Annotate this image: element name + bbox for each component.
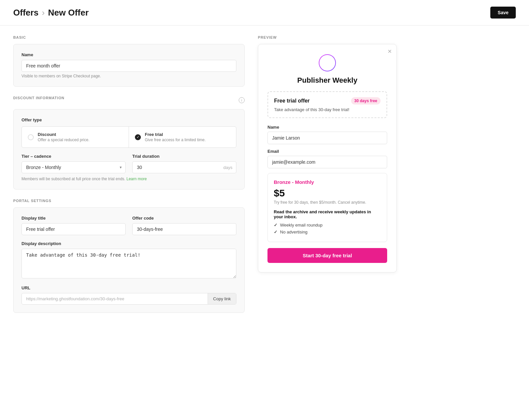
- save-button[interactable]: Save: [490, 7, 516, 19]
- checkmark-2: ✓: [274, 230, 277, 234]
- checkmark-1: ✓: [274, 223, 277, 228]
- tier-benefit-2: ✓ No advertising: [274, 230, 381, 234]
- days-suffix: days: [224, 165, 232, 170]
- offer-type-discount[interactable]: Discount Offer a special reduced price.: [22, 127, 129, 147]
- top-header: Offers › New Offer Save: [0, 0, 529, 25]
- preview-name-input[interactable]: [267, 132, 387, 144]
- discount-title: Discount: [38, 132, 90, 137]
- trial-duration-label: Trial duration: [132, 154, 236, 159]
- url-input[interactable]: [22, 293, 208, 304]
- freetrial-title: Free trial: [145, 132, 206, 137]
- left-panel: BASIC Name Visible to members on Stripe …: [13, 35, 245, 410]
- tier-benefits-heading: Read the archive and receive weekly upda…: [274, 209, 381, 219]
- tier-box: Bronze - Monthly $5 Try free for 30 days…: [267, 173, 387, 242]
- tier-duration-row: Tier – cadence Bronze - Monthly ▾ Trial …: [21, 154, 236, 173]
- discount-card: Offer type Discount Offer a special redu…: [13, 109, 245, 189]
- display-desc-label: Display description: [21, 241, 236, 246]
- url-label: URL: [21, 285, 236, 290]
- tier-cadence-wrapper: Bronze - Monthly ▾: [21, 161, 126, 173]
- breadcrumb: Offers › New Offer: [13, 8, 89, 18]
- offer-code-label: Offer code: [132, 216, 236, 221]
- right-panel: PREVIEW ✕ Publisher Weekly Free trial of…: [258, 35, 397, 410]
- benefit-2-text: No advertising: [280, 230, 307, 234]
- start-trial-button[interactable]: Start 30-day free trial: [267, 248, 387, 263]
- copy-link-button[interactable]: Copy link: [208, 293, 236, 304]
- preview-card: ✕ Publisher Weekly Free trial offer 30 d…: [258, 44, 397, 273]
- display-title-group: Display title: [21, 216, 126, 235]
- preview-name-field: Name: [267, 125, 387, 144]
- basic-card: Name Visible to members on Stripe Checko…: [13, 44, 245, 87]
- benefit-1-text: Weekly email roundup: [280, 223, 322, 228]
- offer-code-group: Offer code: [132, 216, 236, 235]
- discount-section-header: DISCOUNT INFORMATION i: [13, 96, 245, 105]
- display-title-input[interactable]: [21, 223, 126, 235]
- info-icon[interactable]: i: [239, 97, 245, 103]
- breadcrumb-current: New Offer: [48, 8, 89, 18]
- offer-type-freetrial[interactable]: Free trial Give free access for a limite…: [129, 127, 236, 147]
- preview-label: PREVIEW: [258, 35, 397, 39]
- name-label: Name: [21, 52, 236, 57]
- offer-type-grid: Discount Offer a special reduced price. …: [21, 126, 236, 148]
- logo-circle: [319, 54, 336, 71]
- learn-more-link[interactable]: Learn more: [127, 177, 147, 181]
- preview-logo: [267, 54, 387, 71]
- offer-code-input[interactable]: [132, 223, 236, 235]
- preview-email-input[interactable]: [267, 156, 387, 168]
- trial-duration-wrapper: days: [132, 161, 236, 173]
- basic-section-label: BASIC: [13, 35, 245, 39]
- discount-section-label: DISCOUNT INFORMATION: [13, 96, 64, 100]
- freetrial-desc: Give free access for a limited time.: [145, 138, 206, 142]
- preview-email-label: Email: [267, 149, 387, 154]
- name-input[interactable]: [21, 60, 236, 72]
- trial-duration-input[interactable]: [132, 161, 236, 173]
- tier-name: Bronze - Monthly: [274, 179, 381, 185]
- offer-type-freetrial-text: Free trial Give free access for a limite…: [145, 132, 206, 142]
- breadcrumb-parent[interactable]: Offers: [13, 8, 39, 18]
- preview-email-field: Email: [267, 149, 387, 168]
- offer-banner: Free trial offer 30 days free Take advan…: [267, 91, 387, 118]
- tier-price-note: Try free for 30 days, then $5/month. Can…: [274, 200, 381, 205]
- offer-type-label: Offer type: [21, 117, 236, 122]
- tier-cadence-label: Tier – cadence: [21, 154, 126, 159]
- display-title-code-row: Display title Offer code: [21, 216, 236, 235]
- radio-freetrial: [135, 134, 141, 140]
- offer-type-discount-text: Discount Offer a special reduced price.: [38, 132, 90, 142]
- name-hint: Visible to members on Stripe Checkout pa…: [21, 74, 236, 78]
- preview-close-button[interactable]: ✕: [387, 49, 392, 54]
- offer-banner-desc: Take advantage of this 30-day free trial…: [274, 107, 381, 112]
- display-title-label: Display title: [21, 216, 126, 221]
- tier-cadence-group: Tier – cadence Bronze - Monthly ▾: [21, 154, 126, 173]
- breadcrumb-separator: ›: [42, 8, 45, 18]
- preview-pub-name: Publisher Weekly: [267, 76, 387, 85]
- trial-duration-group: Trial duration days: [132, 154, 236, 173]
- portal-section-label: PORTAL SETTINGS: [13, 199, 245, 203]
- offer-banner-header: Free trial offer 30 days free: [274, 97, 381, 105]
- tier-benefit-1: ✓ Weekly email roundup: [274, 223, 381, 228]
- members-hint: Members will be subscribed at full price…: [21, 177, 236, 181]
- display-desc-group: Display description Take advantage of th…: [21, 241, 236, 279]
- url-group: URL Copy link: [21, 285, 236, 305]
- radio-discount: [28, 134, 34, 140]
- main-content: BASIC Name Visible to members on Stripe …: [0, 25, 529, 420]
- preview-name-label: Name: [267, 125, 387, 130]
- offer-banner-title: Free trial offer: [274, 98, 310, 104]
- tier-price: $5: [274, 188, 381, 199]
- days-free-badge: 30 days free: [351, 97, 381, 105]
- portal-card: Display title Offer code Display descrip…: [13, 207, 245, 313]
- tier-cadence-select[interactable]: Bronze - Monthly: [21, 161, 126, 173]
- discount-desc: Offer a special reduced price.: [38, 138, 90, 142]
- display-desc-textarea[interactable]: Take advantage of this 30-day free trial…: [21, 249, 236, 278]
- url-row: Copy link: [21, 293, 236, 305]
